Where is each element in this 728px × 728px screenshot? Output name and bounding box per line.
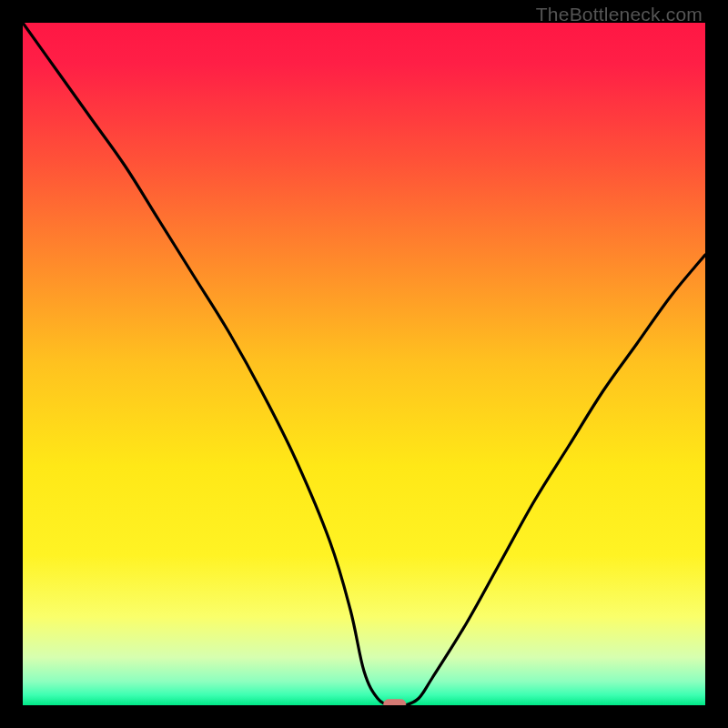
gradient-background bbox=[23, 23, 705, 705]
bottleneck-chart bbox=[23, 23, 705, 705]
plot-area bbox=[23, 23, 705, 705]
chart-frame: TheBottleneck.com bbox=[0, 0, 728, 728]
optimal-marker bbox=[384, 700, 406, 705]
watermark-text: TheBottleneck.com bbox=[536, 4, 703, 25]
